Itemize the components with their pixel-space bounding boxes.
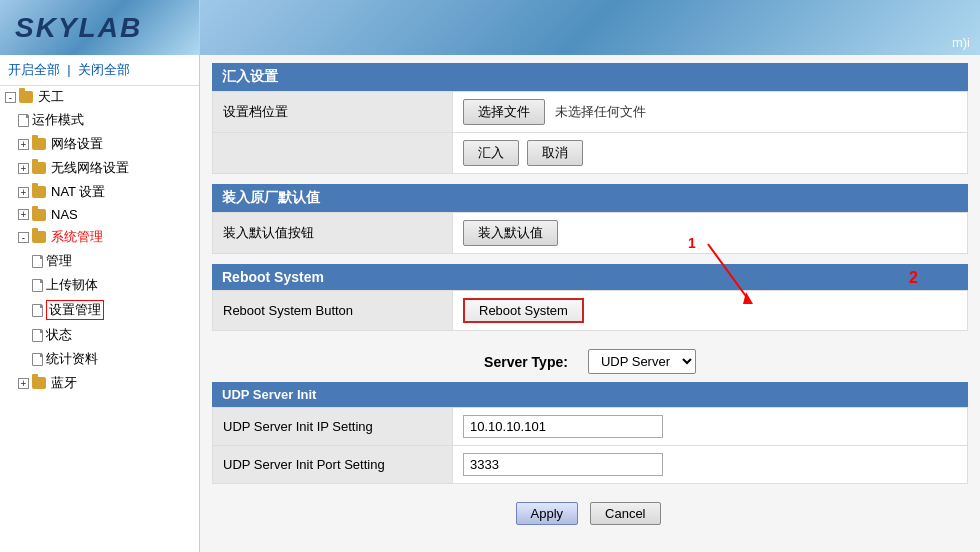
udp-ip-value: [453, 408, 968, 446]
sidebar-label-shezhi: 设置管理: [46, 300, 104, 320]
udp-section: UDP Server Init UDP Server Init IP Setti…: [212, 382, 968, 484]
sidebar-item-zhuangtai[interactable]: 状态: [0, 323, 199, 347]
sidebar-label-guanli: 管理: [46, 252, 72, 270]
factory-section: 装入原厂默认值 装入默认值按钮 装入默认值: [212, 184, 968, 254]
factory-label: 装入默认值按钮: [213, 213, 453, 254]
server-type-row: Server Type: UDP Server TCP Server: [212, 341, 968, 382]
folder-icon-lantian: [32, 377, 46, 389]
folder-icon-xitong: [32, 231, 46, 243]
sidebar-item-yunzuo[interactable]: 运作模式: [0, 108, 199, 132]
server-type-label: Server Type:: [484, 354, 568, 370]
folder-icon-nat: [32, 186, 46, 198]
sidebar-label-nas: NAS: [51, 207, 78, 222]
expand-icon-tiangong[interactable]: -: [5, 92, 16, 103]
sidebar-toggles: 开启全部 | 关闭全部: [0, 55, 199, 86]
sidebar-label-lantian: 蓝牙: [51, 374, 77, 392]
doc-icon-shezhi: [32, 304, 43, 317]
sidebar-item-lantian[interactable]: + 蓝牙: [0, 371, 199, 395]
sidebar-item-wuxian[interactable]: + 无线网络设置: [0, 156, 199, 180]
server-type-select[interactable]: UDP Server TCP Server: [588, 349, 696, 374]
choose-file-button[interactable]: 选择文件: [463, 99, 545, 125]
sidebar-label-shangchuan: 上传韧体: [46, 276, 98, 294]
toggle-separator: |: [67, 62, 70, 77]
cancel-button[interactable]: Cancel: [590, 502, 660, 525]
table-row: UDP Server Init IP Setting: [213, 408, 968, 446]
udp-ip-label: UDP Server Init IP Setting: [213, 408, 453, 446]
close-all-link[interactable]: 关闭全部: [78, 62, 130, 77]
sidebar-label-tiangong: 天工: [38, 88, 64, 106]
no-file-text: 未选择任何文件: [555, 103, 646, 121]
factory-section-header: 装入原厂默认值: [212, 184, 968, 212]
sidebar-label-xitong: 系统管理: [51, 228, 103, 246]
sidebar-item-nas[interactable]: + NAS: [0, 204, 199, 225]
sidebar-label-wuxian: 无线网络设置: [51, 159, 129, 177]
udp-table: UDP Server Init IP Setting UDP Server In…: [212, 407, 968, 484]
import-location-value: 选择文件 未选择任何文件: [453, 92, 968, 133]
expand-icon-xitong[interactable]: -: [18, 232, 29, 243]
content-body: 汇入设置 设置档位置 选择文件 未选择任何文件 汇入 取消: [200, 55, 980, 543]
import-btn-label: [213, 133, 453, 174]
udp-section-header: UDP Server Init: [212, 382, 968, 407]
sidebar-label-wangluo: 网络设置: [51, 135, 103, 153]
udp-port-value: [453, 446, 968, 484]
expand-icon-wuxian[interactable]: +: [18, 163, 29, 174]
expand-icon-nas[interactable]: +: [18, 209, 29, 220]
import-section-header: 汇入设置: [212, 63, 968, 91]
reboot-label: Reboot System Button: [213, 291, 453, 331]
sidebar-item-shezhi[interactable]: 设置管理: [0, 297, 199, 323]
main-header: m)i: [200, 0, 980, 55]
doc-icon-zhuangtai: [32, 329, 43, 342]
file-select-row: 选择文件 未选择任何文件: [463, 99, 957, 125]
doc-icon-guanli: [32, 255, 43, 268]
import-button[interactable]: 汇入: [463, 140, 519, 166]
sidebar-label-yunzuo: 运作模式: [32, 111, 84, 129]
sidebar-item-guanli[interactable]: 管理: [0, 249, 199, 273]
folder-icon-tiangong: [19, 91, 33, 103]
sidebar-item-xitong[interactable]: - 系统管理: [0, 225, 199, 249]
folder-icon-wuxian: [32, 162, 46, 174]
udp-port-label: UDP Server Init Port Setting: [213, 446, 453, 484]
expand-icon-lantian[interactable]: +: [18, 378, 29, 389]
reboot-section-header: Reboot System: [212, 264, 968, 290]
udp-ip-input[interactable]: [463, 415, 663, 438]
logo-area: SKYLAB: [0, 0, 199, 55]
apply-button[interactable]: Apply: [516, 502, 579, 525]
sidebar-item-tongji[interactable]: 统计资料: [0, 347, 199, 371]
reboot-table: Reboot System Button Reboot System: [212, 290, 968, 331]
factory-btn-cell: 装入默认值: [453, 213, 968, 254]
reboot-btn-cell: Reboot System: [453, 291, 968, 331]
reboot-system-button[interactable]: Reboot System: [463, 298, 584, 323]
sidebar: SKYLAB 开启全部 | 关闭全部 - 天工 运作模式 + 网络设置 + 无线…: [0, 0, 200, 552]
doc-icon-yunzuo: [18, 114, 29, 127]
factory-table: 装入默认值按钮 装入默认值: [212, 212, 968, 254]
expand-icon-nat[interactable]: +: [18, 187, 29, 198]
expand-icon-wangluo[interactable]: +: [18, 139, 29, 150]
table-row: Reboot System Button Reboot System: [213, 291, 968, 331]
udp-port-input[interactable]: [463, 453, 663, 476]
import-btn-cell: 汇入 取消: [453, 133, 968, 174]
table-row: UDP Server Init Port Setting: [213, 446, 968, 484]
action-row: Apply Cancel: [212, 494, 968, 535]
sidebar-label-nat: NAT 设置: [51, 183, 105, 201]
sidebar-label-tongji: 统计资料: [46, 350, 98, 368]
import-table: 设置档位置 选择文件 未选择任何文件 汇入 取消: [212, 91, 968, 174]
doc-icon-tongji: [32, 353, 43, 366]
sidebar-item-nat[interactable]: + NAT 设置: [0, 180, 199, 204]
sidebar-item-tiangong[interactable]: - 天工: [0, 86, 199, 108]
table-row: 装入默认值按钮 装入默认值: [213, 213, 968, 254]
table-row: 设置档位置 选择文件 未选择任何文件: [213, 92, 968, 133]
main-content: m)i 汇入设置 设置档位置 选择文件 未选择任何文件: [200, 0, 980, 552]
doc-icon-shangchuan: [32, 279, 43, 292]
sidebar-item-shangchuan[interactable]: 上传韧体: [0, 273, 199, 297]
open-all-link[interactable]: 开启全部: [8, 62, 60, 77]
folder-icon-nas: [32, 209, 46, 221]
folder-icon-wangluo: [32, 138, 46, 150]
import-cancel-button[interactable]: 取消: [527, 140, 583, 166]
table-row-import-btns: 汇入 取消: [213, 133, 968, 174]
import-section: 汇入设置 设置档位置 选择文件 未选择任何文件 汇入 取消: [212, 63, 968, 174]
factory-reset-button[interactable]: 装入默认值: [463, 220, 558, 246]
import-location-label: 设置档位置: [213, 92, 453, 133]
sidebar-item-wangluo[interactable]: + 网络设置: [0, 132, 199, 156]
sidebar-label-zhuangtai: 状态: [46, 326, 72, 344]
reboot-section: Reboot System Reboot System Button Reboo…: [212, 264, 968, 331]
